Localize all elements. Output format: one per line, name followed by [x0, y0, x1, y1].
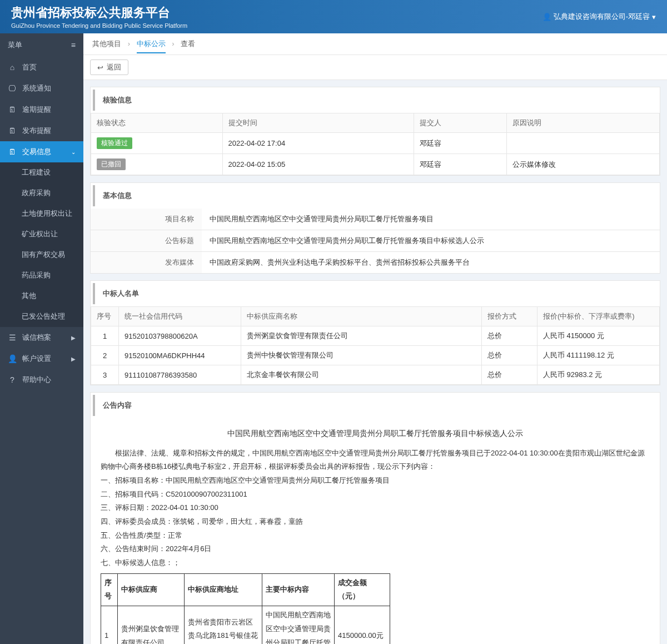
user-icon: 👤 — [542, 13, 551, 21]
sidebar-subitem[interactable]: 土地使用权出让 — [0, 204, 83, 224]
submenu-label: 土地使用权出让 — [22, 209, 72, 219]
line: 四、评标委员会成员：张筑铭，司爱华，田大红，蒋春霞，童皓 — [101, 515, 650, 529]
sidebar-item[interactable]: 🗓发布提醒 — [0, 120, 83, 141]
sidebar-subitem[interactable]: 国有产权交易 — [0, 245, 83, 265]
sidebar-subitem[interactable]: 已发公告处理 — [0, 306, 83, 327]
cell: 人民币 4150000 元 — [537, 326, 660, 346]
col-header: 提交人 — [414, 113, 506, 133]
app-subtitle: GuiZhou Province Tendering and Bidding P… — [11, 22, 187, 29]
bars-icon: ≡ — [71, 41, 76, 49]
crumb-2[interactable]: 中标公示 — [137, 39, 166, 53]
sidebar-subitem[interactable]: 政府采购 — [0, 183, 83, 204]
sidebar-subitem[interactable]: 矿业权出让 — [0, 224, 83, 245]
menu-icon: ? — [8, 375, 17, 384]
announcement-panel: 公告内容 中国民用航空西南地区空中交通管理局贵州分局职工餐厅托管服务项目中标候选… — [90, 392, 660, 644]
winners-table: 序号统一社会信用代码中标供应商名称报价方式报价(中标价、下浮率或费率) 1915… — [91, 306, 660, 385]
sidebar: 菜单 ≡ ⌂首页🖵系统通知🗓逾期提醒🗓发布提醒🗓交易信息⌄工程建设政府采购土地使… — [0, 33, 83, 644]
kv-value: 中国民用航空西南地区空中交通管理局贵州分局职工餐厅托管服务项目中标候选人公示 — [202, 230, 660, 251]
line: 一、招标项目名称：中国民用航空西南地区空中交通管理局贵州分局职工餐厅托管服务项目 — [101, 474, 650, 488]
crumb-3: 查看 — [181, 39, 195, 48]
menu-label: 诚信档案 — [22, 333, 51, 343]
kv-label: 公告标题 — [91, 230, 202, 251]
sidebar-item[interactable]: 🗓交易信息⌄ — [0, 141, 83, 162]
sidebar-item[interactable]: 🗓逾期提醒 — [0, 99, 83, 120]
line: 七、中标候选人信息：； — [101, 556, 650, 570]
basic-panel: 基本信息 项目名称中国民用航空西南地区空中交通管理局贵州分局职工餐厅托管服务项目… — [90, 182, 660, 274]
col-header: 提交时间 — [222, 113, 414, 133]
col-header: 中标供应商地址 — [185, 573, 262, 606]
cell: 人民币 4111198.12 元 — [537, 346, 660, 365]
cell: 北京金丰餐饮有限公司 — [241, 365, 482, 385]
cell: 2022-04-02 17:04 — [222, 133, 414, 154]
chevron-right-icon: ▶ — [71, 356, 76, 362]
cell: 2 — [91, 346, 119, 365]
line: 三、评标日期：2022-04-01 10:30:00 — [101, 501, 650, 515]
app-header: 贵州省招标投标公共服务平台 GuiZhou Province Tendering… — [0, 0, 667, 33]
col-header: 中标供应商名称 — [241, 307, 482, 326]
submenu-label: 已发公告处理 — [22, 312, 65, 321]
sidebar-item[interactable]: ☰诚信档案▶ — [0, 327, 83, 348]
app-title: 贵州省招标投标公共服务平台 — [11, 4, 187, 21]
cell: 邓廷容 — [414, 154, 506, 175]
status-badge: 核验通过 — [97, 137, 132, 149]
sidebar-item[interactable]: ?帮助中心 — [0, 369, 83, 390]
line: 五、公告性质/类型：正常 — [101, 529, 650, 543]
sidebar-item[interactable]: 👤帐户设置▶ — [0, 348, 83, 369]
main-content: 其他项目 › 中标公示 › 查看 ↩ 返回 核验信息 核验状态提交时间提交人原因… — [83, 33, 667, 644]
menu-label: 帮助中心 — [22, 375, 51, 385]
col-header: 统一社会信用代码 — [119, 307, 241, 326]
cell: 2022-04-02 15:05 — [222, 154, 414, 175]
menu-icon: 🗓 — [8, 105, 17, 114]
cell: 贵州粥皇饮食管理有限责任公司 — [118, 606, 185, 644]
sidebar-subitem[interactable]: 工程建设 — [0, 162, 83, 183]
col-header: 核验状态 — [91, 113, 223, 133]
kv-row: 公告标题中国民用航空西南地区空中交通管理局贵州分局职工餐厅托管服务项目中标候选人… — [91, 230, 660, 252]
cell: 总价 — [482, 346, 537, 365]
kv-label: 发布媒体 — [91, 252, 202, 273]
cell — [506, 133, 660, 154]
cell: 贵州中快餐饮管理有限公司 — [241, 346, 482, 365]
col-header: 中标供应商 — [118, 573, 185, 606]
submenu-label: 其他 — [22, 291, 36, 301]
verify-title: 核验信息 — [93, 90, 658, 111]
back-button[interactable]: ↩ 返回 — [90, 60, 128, 75]
menu-label: 逾期提醒 — [22, 105, 51, 115]
table-row: 291520100MA6DKPHH44贵州中快餐饮管理有限公司总价人民币 411… — [91, 346, 660, 365]
submenu-label: 工程建设 — [22, 168, 51, 177]
user-menu[interactable]: 👤 弘典建设咨询有限公司-邓廷容 ▾ — [542, 12, 656, 22]
sidebar-toggle[interactable]: 菜单 ≡ — [0, 33, 83, 57]
basic-title: 基本信息 — [93, 185, 658, 206]
sidebar-subitem[interactable]: 药品采购 — [0, 265, 83, 286]
cell: 人民币 92983.2 元 — [537, 365, 660, 385]
cell: 邓廷容 — [414, 133, 506, 154]
status-badge: 已撤回 — [97, 158, 126, 170]
announcement-title: 公告内容 — [93, 395, 658, 416]
submenu-label: 政府采购 — [22, 189, 51, 198]
col-header: 序号 — [101, 573, 118, 606]
sidebar-subitem[interactable]: 其他 — [0, 286, 83, 306]
sidebar-item[interactable]: 🖵系统通知 — [0, 78, 83, 99]
crumb-1[interactable]: 其他项目 — [92, 39, 121, 48]
chevron-right-icon: ▶ — [71, 335, 76, 341]
sidebar-item[interactable]: ⌂首页 — [0, 57, 83, 78]
table-row: 3911101087786393580北京金丰餐饮有限公司总价人民币 92983… — [91, 365, 660, 385]
table-row: 已撤回2022-04-02 15:05邓廷容公示媒体修改 — [91, 154, 660, 175]
menu-icon: ⌂ — [8, 63, 17, 72]
announcement-body: 中国民用航空西南地区空中交通管理局贵州分局职工餐厅托管服务项目中标候选人公示 根… — [91, 418, 660, 644]
verify-table: 核验状态提交时间提交人原因说明 核验通过2022-04-02 17:04邓廷容已… — [91, 113, 660, 175]
kv-label: 项目名称 — [91, 209, 202, 230]
crumb-sep: › — [128, 39, 130, 48]
cell: 1 — [91, 326, 119, 346]
verify-panel: 核验信息 核验状态提交时间提交人原因说明 核验通过2022-04-02 17:0… — [90, 87, 660, 176]
menu-icon: ☰ — [8, 333, 17, 342]
col-header: 主要中标内容 — [262, 573, 335, 606]
col-header: 成交金额（元） — [335, 573, 390, 606]
cell: 贵州粥皇饮食管理有限责任公司 — [241, 326, 482, 346]
submenu-label: 矿业权出让 — [22, 230, 58, 239]
line: 二、招标项目代码：C5201000907002311001 — [101, 488, 650, 502]
table-row: 191520103798800620A贵州粥皇饮食管理有限责任公司总价人民币 4… — [91, 326, 660, 346]
header-title-block: 贵州省招标投标公共服务平台 GuiZhou Province Tendering… — [11, 4, 187, 29]
crumb-sep: › — [172, 39, 174, 48]
cell: 公示媒体修改 — [506, 154, 660, 175]
menu-label: 发布提醒 — [22, 126, 51, 136]
